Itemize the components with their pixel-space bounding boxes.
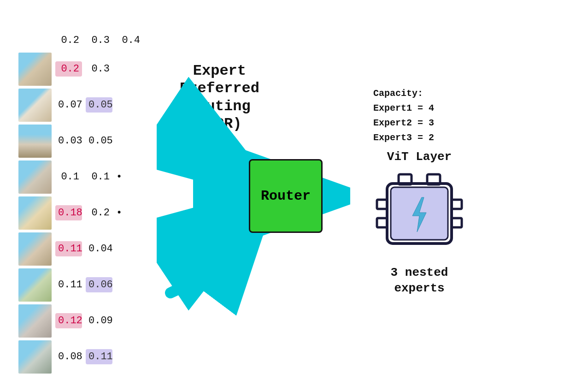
token-image-6: [18, 232, 52, 266]
vit-layer-icon: [373, 167, 465, 260]
diagram-container: 0.2 0.3 0.4 0.20.30.070.050.030.050.10.1…: [0, 0, 588, 392]
token-score2-9: 0.11: [86, 349, 112, 364]
token-row: 0.030.05: [18, 125, 143, 158]
capacity-expert1: Expert1 = 4: [373, 101, 434, 116]
token-score1-6: 0.11: [55, 241, 82, 256]
token-image-1: [18, 53, 52, 86]
svg-rect-4: [452, 200, 462, 209]
capacity-expert3: Expert3 = 2: [373, 131, 434, 145]
router-box: Router: [249, 159, 323, 233]
token-score1-2: 0.07: [55, 97, 82, 113]
nested-experts-label: 3 nested experts: [391, 265, 448, 297]
right-section: Capacity: Expert1 = 4 Expert2 = 3 Expert…: [373, 86, 465, 297]
token-row: 0.110.04: [18, 232, 143, 266]
token-score1-4: 0.1: [55, 169, 82, 184]
token-dot-4: •: [116, 171, 135, 183]
token-score2-1: 0.3: [86, 61, 112, 77]
svg-rect-5: [452, 218, 462, 227]
middle-section: Expert Preferred Routing (EPR): [157, 35, 350, 357]
token-image-7: [18, 268, 52, 302]
token-dot-5: •: [116, 207, 135, 219]
token-row: 0.110.06: [18, 268, 143, 302]
token-score1-7: 0.11: [55, 277, 82, 292]
token-image-3: [18, 125, 52, 158]
capacity-expert2: Expert2 = 3: [373, 116, 434, 131]
token-score2-6: 0.04: [86, 241, 112, 256]
token-image-4: [18, 160, 52, 194]
token-row: 0.070.05: [18, 89, 143, 122]
token-score2-3: 0.05: [86, 133, 112, 148]
vit-layer-label: ViT Layer: [387, 150, 452, 164]
token-score1-9: 0.08: [55, 349, 82, 364]
token-image-8: [18, 304, 52, 338]
token-image-5: [18, 196, 52, 230]
capacity-title: Capacity:: [373, 86, 434, 101]
col3-header: 0.4: [116, 33, 143, 48]
router-label: Router: [261, 188, 311, 204]
token-row: 0.180.2•: [18, 196, 143, 230]
token-score2-7: 0.06: [86, 277, 112, 292]
token-score1-5: 0.18: [55, 205, 82, 220]
token-score1-1: 0.2: [55, 61, 82, 77]
capacity-info: Capacity: Expert1 = 4 Expert2 = 3 Expert…: [373, 86, 434, 145]
token-score2-8: 0.09: [86, 313, 112, 328]
col2-header: 0.3: [86, 33, 112, 48]
token-score1-3: 0.03: [55, 133, 82, 148]
token-score2-5: 0.2: [86, 205, 112, 220]
token-score2-2: 0.05: [86, 97, 112, 113]
token-row: 0.080.11: [18, 340, 143, 374]
token-image-2: [18, 89, 52, 122]
token-row: 0.120.09: [18, 304, 143, 338]
col1-header: 0.2: [55, 33, 82, 48]
token-score1-8: 0.12: [55, 313, 82, 328]
token-image-9: [18, 340, 52, 374]
token-row: 0.10.1•: [18, 160, 143, 194]
svg-rect-2: [377, 200, 387, 209]
token-score2-4: 0.1: [86, 169, 112, 184]
header-row: 0.2 0.3 0.4: [18, 33, 143, 48]
tokens-section: 0.2 0.3 0.4 0.20.30.070.050.030.050.10.1…: [18, 33, 143, 374]
svg-rect-3: [377, 218, 387, 227]
token-row: 0.20.3: [18, 53, 143, 86]
